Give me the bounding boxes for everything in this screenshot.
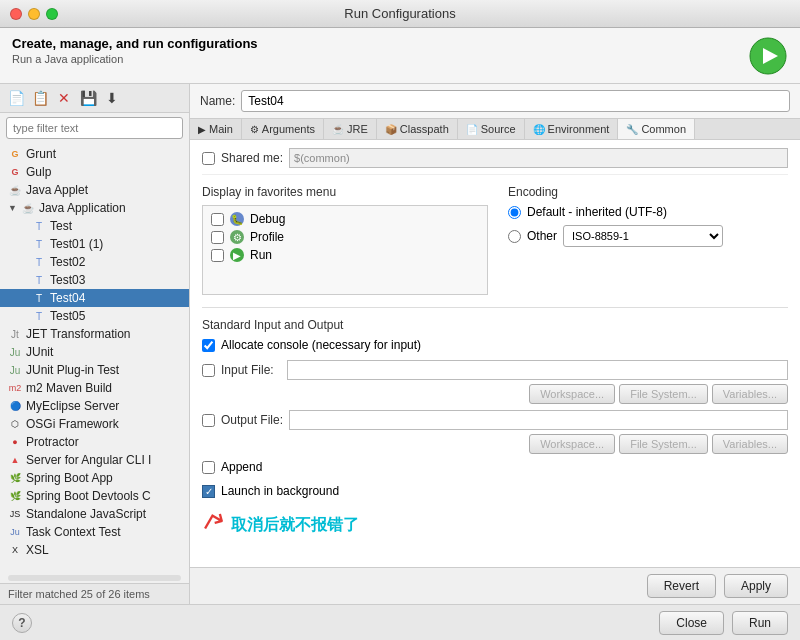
encoding-other-radio[interactable]: [508, 230, 521, 243]
sidebar-item-junit-plugin[interactable]: Ju JUnit Plug-in Test: [0, 361, 189, 379]
sidebar-item-label: Test01 (1): [50, 237, 103, 251]
myeclipse-icon: 🔵: [8, 399, 22, 413]
test03-icon: T: [32, 273, 46, 287]
sidebar-item-springboot[interactable]: 🌿 Spring Boot App: [0, 469, 189, 487]
close-window-btn[interactable]: [10, 8, 22, 20]
output-file-checkbox[interactable]: [202, 414, 215, 427]
main-tab[interactable]: ▶ Main: [190, 119, 242, 139]
input-file-label: Input File:: [221, 363, 281, 377]
common-tab[interactable]: 🔧 Common: [618, 119, 695, 140]
sidebar-item-test03[interactable]: T Test03: [0, 271, 189, 289]
debug-icon: 🐛: [230, 212, 244, 226]
output-file-input[interactable]: [289, 410, 788, 430]
sidebar-item-junit[interactable]: Ju JUnit: [0, 343, 189, 361]
help-button[interactable]: ?: [12, 613, 32, 633]
copy-config-btn[interactable]: 📋: [30, 88, 50, 108]
environment-tab[interactable]: 🌐 Environment: [525, 119, 619, 139]
common-tab-label: Common: [641, 123, 686, 135]
test02-icon: T: [32, 255, 46, 269]
sidebar-item-test02[interactable]: T Test02: [0, 253, 189, 271]
sidebar-item-jet[interactable]: Jt JET Transformation: [0, 325, 189, 343]
springdev-icon: 🌿: [8, 489, 22, 503]
sidebar-item-standalone[interactable]: JS Standalone JavaScript: [0, 505, 189, 523]
apply-button[interactable]: Apply: [724, 574, 788, 598]
sidebar-item-test05[interactable]: T Test05: [0, 307, 189, 325]
favorites-box: 🐛 Debug ⚙ Profile ▶ Run: [202, 205, 488, 295]
sidebar-search-container: [6, 117, 183, 139]
search-input[interactable]: [6, 117, 183, 139]
run-label: Run: [250, 248, 272, 262]
move-config-btn[interactable]: ⬇: [102, 88, 122, 108]
run-icon: [748, 36, 788, 79]
sidebar-item-label: m2 Maven Build: [26, 381, 112, 395]
delete-config-btn[interactable]: ✕: [54, 88, 74, 108]
sidebar-item-test01[interactable]: T Test01 (1): [0, 235, 189, 253]
sidebar-item-label: Spring Boot Devtools C: [26, 489, 151, 503]
run-button[interactable]: Run: [732, 611, 788, 635]
debug-checkbox[interactable]: [211, 213, 224, 226]
output-filesystem-btn[interactable]: File System...: [619, 434, 708, 454]
new-config-btn[interactable]: 📄: [6, 88, 26, 108]
allocate-console-label: Allocate console (necessary for input): [221, 338, 421, 352]
header-text: Create, manage, and run configurations R…: [12, 36, 258, 65]
sidebar-item-springdev[interactable]: 🌿 Spring Boot Devtools C: [0, 487, 189, 505]
sidebar-item-label: OSGi Framework: [26, 417, 119, 431]
sidebar-item-gulp[interactable]: G Gulp: [0, 163, 189, 181]
sidebar-item-label: Test: [50, 219, 72, 233]
sidebar-item-angular[interactable]: ▲ Server for Angular CLI I: [0, 451, 189, 469]
append-label: Append: [221, 460, 262, 474]
source-tab-label: Source: [481, 123, 516, 135]
sidebar-item-label: JUnit: [26, 345, 53, 359]
sidebar-item-myeclipse[interactable]: 🔵 MyEclipse Server: [0, 397, 189, 415]
name-input[interactable]: [241, 90, 790, 112]
encoding-select[interactable]: ISO-8859-1: [563, 225, 723, 247]
sidebar-item-test04[interactable]: T Test04: [0, 289, 189, 307]
sidebar-item-java-applet[interactable]: ☕ Java Applet: [0, 181, 189, 199]
input-workspace-btn[interactable]: Workspace...: [529, 384, 615, 404]
output-workspace-btn[interactable]: Workspace...: [529, 434, 615, 454]
encoding-default-radio[interactable]: [508, 206, 521, 219]
sidebar-item-grunt[interactable]: G Grunt: [0, 145, 189, 163]
annotation-area: ↱ 取消后就不报错了: [202, 506, 788, 539]
maximize-window-btn[interactable]: [46, 8, 58, 20]
jre-tab[interactable]: ☕ JRE: [324, 119, 377, 139]
gulp-icon: G: [8, 165, 22, 179]
sidebar-scrollbar[interactable]: [8, 575, 181, 581]
revert-button[interactable]: Revert: [647, 574, 716, 598]
sidebar-item-osgi[interactable]: ⬡ OSGi Framework: [0, 415, 189, 433]
very-bottom-bar: ? Close Run: [0, 604, 800, 640]
sidebar-item-task[interactable]: Ju Task Context Test: [0, 523, 189, 541]
minimize-window-btn[interactable]: [28, 8, 40, 20]
output-file-buttons: Workspace... File System... Variables...: [202, 434, 788, 454]
sidebar-item-java-application[interactable]: ▼ ☕ Java Application: [0, 199, 189, 217]
input-filesystem-btn[interactable]: File System...: [619, 384, 708, 404]
classpath-tab[interactable]: 📦 Classpath: [377, 119, 458, 139]
test04-icon: T: [32, 291, 46, 305]
bottom-right-buttons: Close Run: [659, 611, 788, 635]
sidebar-item-label: Java Application: [39, 201, 126, 215]
input-file-checkbox[interactable]: [202, 364, 215, 377]
junit-plugin-icon: Ju: [8, 363, 22, 377]
sidebar-item-label: Java Applet: [26, 183, 88, 197]
input-variables-btn[interactable]: Variables...: [712, 384, 788, 404]
sidebar-item-label: Test02: [50, 255, 85, 269]
sidebar-item-test[interactable]: T Test: [0, 217, 189, 235]
arguments-tab[interactable]: ⚙ Arguments: [242, 119, 324, 139]
allocate-console-checkbox[interactable]: [202, 339, 215, 352]
run-checkbox[interactable]: [211, 249, 224, 262]
source-tab[interactable]: 📄 Source: [458, 119, 525, 139]
launch-bg-label: Launch in background: [221, 484, 339, 498]
sidebar-item-protractor[interactable]: ● Protractor: [0, 433, 189, 451]
profile-checkbox[interactable]: [211, 231, 224, 244]
close-button[interactable]: Close: [659, 611, 724, 635]
save-config-btn[interactable]: 💾: [78, 88, 98, 108]
springboot-icon: 🌿: [8, 471, 22, 485]
sidebar-item-maven[interactable]: m2 m2 Maven Build: [0, 379, 189, 397]
sidebar-item-xsl[interactable]: X XSL: [0, 541, 189, 559]
shared-checkbox[interactable]: [202, 152, 215, 165]
input-file-input[interactable]: [287, 360, 788, 380]
output-variables-btn[interactable]: Variables...: [712, 434, 788, 454]
shared-input[interactable]: [289, 148, 788, 168]
append-checkbox[interactable]: [202, 461, 215, 474]
launch-bg-row: ✓ Launch in background: [202, 484, 788, 498]
